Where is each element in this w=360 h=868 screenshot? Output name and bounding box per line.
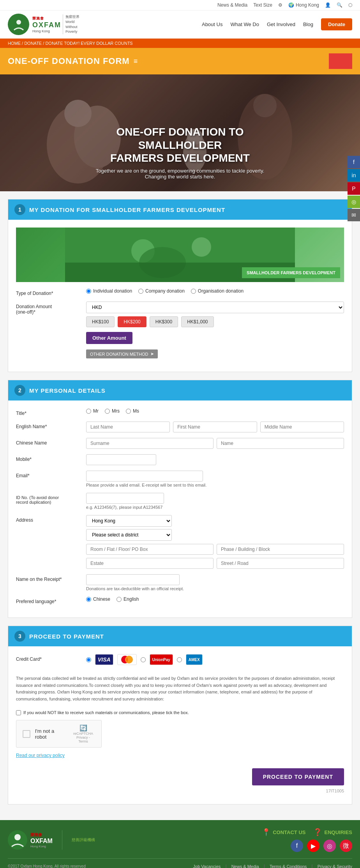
credit-card-label: Credit Card* [16, 654, 86, 662]
mobile-field [86, 454, 344, 465]
chinese-name-row: Chinese Name [16, 438, 344, 449]
opt-out-checkbox[interactable] [16, 710, 21, 715]
chinese-name-field [86, 438, 344, 449]
receipt-name-input[interactable] [86, 574, 180, 585]
lang-chinese[interactable]: Chinese [86, 596, 110, 602]
chinese-surname-input[interactable] [86, 438, 214, 449]
amount-1000[interactable]: HK$1,000 [181, 316, 214, 327]
unionpay-card[interactable]: UnionPay [150, 654, 173, 665]
nav-involved[interactable]: Get Involved [267, 21, 295, 27]
amount-200[interactable]: HK$200 [118, 316, 146, 327]
share-icon[interactable]: ⬡ [348, 2, 352, 8]
footer-jobs-link[interactable]: Job Vacancies [193, 864, 221, 868]
id-input[interactable] [86, 493, 164, 504]
news-media-link[interactable]: News & Media [217, 2, 247, 8]
email-share-btn[interactable]: ✉ [348, 209, 360, 221]
nav-about[interactable]: About Us [202, 21, 222, 27]
breadcrumb-donate[interactable]: DONATE [24, 41, 42, 46]
email-row: Email* Please provide a valid email. E-r… [16, 471, 344, 487]
email-hint: Please provide a valid email. E-receipt … [86, 483, 344, 487]
search-icon[interactable]: 🔍 [337, 2, 342, 8]
room-input[interactable] [86, 544, 214, 555]
type-organisation[interactable]: Organisation donation [191, 288, 244, 294]
nav-blog[interactable]: Blog [303, 21, 313, 27]
receipt-name-row: Name on the Receipt* Donations are tax-d… [16, 574, 344, 591]
wisegving-logo: 慈善評級機構 [72, 837, 95, 843]
footer-terms-link[interactable]: Terms & Conditions [270, 864, 307, 868]
svg-point-12 [192, 237, 211, 257]
breadcrumb-home[interactable]: HOME [8, 41, 21, 46]
nav-what[interactable]: What We Do [230, 21, 259, 27]
svg-point-6 [253, 94, 277, 117]
middle-name-input[interactable] [260, 422, 344, 432]
email-input[interactable] [86, 471, 203, 482]
address-label: Address [16, 515, 86, 523]
breadcrumb-current[interactable]: DONATE TODAY! EVERY DOLLAR COUNTS [45, 41, 132, 46]
type-company[interactable]: Company donation [138, 288, 185, 294]
donate-button[interactable]: Donate [321, 18, 352, 30]
card-radio2[interactable] [141, 657, 146, 662]
title-mrs[interactable]: Mrs [105, 408, 120, 414]
lang-english[interactable]: English [116, 596, 139, 602]
menu-icon[interactable]: ≡ [134, 57, 138, 65]
contact-us-btn[interactable]: 📍 CONTACT US [262, 828, 305, 836]
linkedin-share-btn[interactable]: in [348, 169, 360, 182]
section1-number: 1 [14, 204, 25, 215]
main-nav: 樂施會 OXFAM Hong Kong 無窮世界WorldWithoutPove… [0, 11, 360, 39]
footer-contact: 📍 CONTACT US ❓ ENQUIRIES [262, 828, 352, 836]
other-donation-method-btn[interactable]: OTHER DONATION METHOD ➤ [86, 349, 158, 358]
currency-select[interactable]: HKD [86, 302, 344, 313]
mastercard-card[interactable] [117, 654, 137, 665]
pinterest-share-btn[interactable]: P [348, 182, 360, 195]
donation-amount-label: Donation Amount (one-off)* [16, 302, 86, 315]
phase-input[interactable] [217, 544, 344, 555]
footer-instagram-icon[interactable]: ◎ [323, 840, 336, 852]
visa-card[interactable]: VISA [95, 654, 113, 665]
logo: 樂施會 OXFAM Hong Kong 無窮世界WorldWithoutPove… [8, 14, 79, 35]
footer-youtube-icon[interactable]: ▶ [307, 840, 319, 852]
privacy-policy-link[interactable]: Read our privacy policy [16, 753, 65, 758]
street-input[interactable] [217, 558, 344, 569]
proceed-payment-btn[interactable]: PROCEED TO PAYMENT [252, 768, 344, 785]
district-select[interactable]: Please select a district [86, 529, 172, 541]
footer-facebook-icon[interactable]: f [291, 840, 303, 852]
title-mr[interactable]: Mr [86, 408, 99, 414]
region-selector[interactable]: 🌍 Hong Kong [288, 2, 319, 8]
amex-card[interactable]: AMEX [186, 654, 203, 665]
amount-300[interactable]: HK$300 [150, 316, 178, 327]
settings-icon[interactable]: ⚙ [278, 2, 282, 8]
svg-point-4 [64, 100, 92, 127]
wechat-share-btn[interactable]: ◎ [348, 196, 360, 208]
title-ms[interactable]: Ms [126, 408, 139, 414]
footer-weibo-icon[interactable]: 微 [340, 840, 352, 852]
estate-input[interactable] [86, 558, 214, 569]
other-amount-button[interactable]: Other Amount [86, 332, 132, 344]
id-field: e.g. A123456(7), please input A1234567 [86, 493, 344, 510]
country-select[interactable]: Hong Kong [86, 515, 172, 527]
mobile-input[interactable] [86, 454, 156, 465]
amount-100[interactable]: HK$100 [86, 316, 115, 327]
address-row: Address Hong Kong Please select a distri… [16, 515, 344, 569]
chinese-name-input[interactable] [217, 438, 344, 449]
type-individual[interactable]: Individual donation [86, 288, 132, 294]
recaptcha-logo: 🔄 reCAPTCHA Privacy - Terms [71, 724, 95, 743]
captcha-box[interactable]: I'm not a robot 🔄 reCAPTCHA Privacy - Te… [16, 720, 102, 748]
section1-header: 1 MY DONATION FOR SMALLHOLDER FARMERS DE… [8, 199, 352, 220]
question-icon: ❓ [313, 828, 322, 836]
enquiries-btn[interactable]: ❓ ENQUIRIES [313, 828, 352, 836]
footer-news-link[interactable]: News & Media [231, 864, 259, 868]
opt-out-row: If you would NOT like to receive such ma… [16, 710, 344, 715]
user-icon[interactable]: 👤 [325, 2, 331, 8]
card-radio3[interactable] [177, 657, 182, 662]
footer-privacy-link[interactable]: Privacy & Security [318, 864, 352, 868]
location-icon: 📍 [262, 828, 270, 836]
captcha-checkbox[interactable] [23, 730, 30, 738]
logo-sub: Hong Kong [32, 29, 61, 33]
card-radio[interactable] [86, 657, 91, 662]
first-name-input[interactable] [173, 422, 257, 432]
last-name-input[interactable] [86, 422, 170, 432]
text-size-link[interactable]: Text Size [253, 2, 272, 8]
facebook-share-btn[interactable]: f [348, 156, 360, 168]
footer: 樂施會 OXFAM Hong Kong 慈善評級機構 📍 CONTACT US [0, 820, 360, 868]
donation-amount-field: HKD HK$100 HK$200 HK$300 HK$1,000 Other … [86, 302, 344, 358]
